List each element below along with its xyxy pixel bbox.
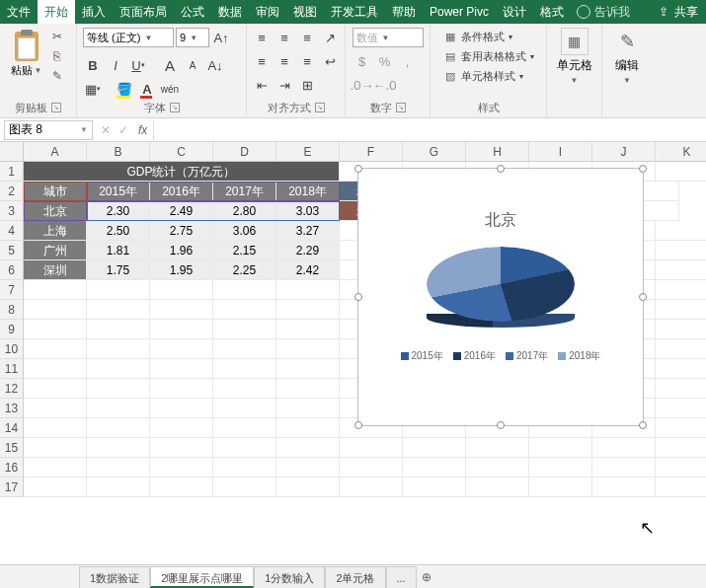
col-header[interactable]: D: [213, 142, 276, 162]
cell[interactable]: [87, 339, 150, 359]
cut-icon[interactable]: ✂: [48, 28, 66, 45]
col-header[interactable]: G: [403, 142, 466, 162]
row-header[interactable]: 11: [0, 359, 24, 379]
clipboard-dialog-icon[interactable]: ↘: [51, 103, 61, 112]
tab-formula[interactable]: 公式: [174, 0, 211, 24]
cell[interactable]: 1.96: [150, 241, 213, 260]
col-header[interactable]: E: [276, 142, 340, 162]
cell[interactable]: [276, 438, 340, 458]
row-header[interactable]: 14: [0, 418, 24, 438]
dec-decimal-icon[interactable]: ←.0: [375, 75, 395, 95]
cell[interactable]: [150, 418, 213, 438]
cell[interactable]: [87, 280, 150, 300]
cell[interactable]: [276, 399, 340, 418]
cell[interactable]: [150, 399, 213, 418]
cell[interactable]: [87, 399, 150, 418]
cell[interactable]: [276, 320, 340, 339]
cell[interactable]: 1.81: [87, 241, 150, 260]
tab-power[interactable]: Power Pivc: [423, 0, 496, 24]
cell[interactable]: 广州: [24, 241, 87, 260]
cell[interactable]: [87, 359, 150, 379]
cell[interactable]: [150, 478, 213, 497]
cell[interactable]: [656, 478, 706, 497]
cell[interactable]: [213, 280, 276, 300]
conditional-format-button[interactable]: ▦条件格式▾: [443, 28, 534, 45]
cell[interactable]: [87, 320, 150, 339]
cell[interactable]: 2.29: [276, 241, 340, 260]
cell[interactable]: [213, 399, 276, 418]
cell[interactable]: [24, 379, 87, 399]
cell[interactable]: [150, 458, 213, 478]
cell[interactable]: [24, 339, 87, 359]
cell[interactable]: 2.25: [213, 260, 276, 280]
fx-cancel-icon[interactable]: ✕: [101, 123, 111, 137]
cell[interactable]: [656, 418, 706, 438]
cell[interactable]: [87, 379, 150, 399]
cell[interactable]: [24, 320, 87, 339]
table-style-button[interactable]: ▤套用表格格式▾: [443, 47, 534, 65]
cell[interactable]: 1.75: [87, 260, 150, 280]
italic-button[interactable]: I: [106, 55, 125, 75]
tab-design[interactable]: 设计: [496, 0, 533, 24]
cell[interactable]: [340, 458, 403, 478]
select-all-triangle[interactable]: [0, 142, 24, 162]
cell[interactable]: [150, 359, 213, 379]
cell[interactable]: [150, 379, 213, 399]
cell[interactable]: [656, 260, 706, 280]
new-sheet-button[interactable]: ⊕: [417, 570, 436, 584]
cell[interactable]: [656, 320, 706, 339]
cell[interactable]: [656, 339, 706, 359]
col-header[interactable]: C: [150, 142, 213, 162]
cell[interactable]: [87, 458, 150, 478]
cell[interactable]: [656, 379, 706, 399]
cell[interactable]: [656, 399, 706, 418]
cell[interactable]: [656, 280, 706, 300]
cell[interactable]: [150, 438, 213, 458]
cell[interactable]: [466, 438, 529, 458]
cell[interactable]: [87, 438, 150, 458]
col-header[interactable]: A: [24, 142, 87, 162]
align-bottom-icon[interactable]: ≡: [297, 28, 317, 47]
cell[interactable]: [340, 478, 403, 497]
tab-dev[interactable]: 开发工具: [324, 0, 385, 24]
row-header[interactable]: 4: [0, 221, 24, 241]
cell[interactable]: 1.95: [150, 260, 213, 280]
row-header[interactable]: 3: [0, 201, 24, 221]
cell[interactable]: [24, 399, 87, 418]
cell[interactable]: [592, 438, 656, 458]
row-header[interactable]: 15: [0, 438, 24, 458]
merge-icon[interactable]: ⊞: [297, 75, 317, 95]
indent-dec-icon[interactable]: ⇤: [252, 75, 272, 95]
cell[interactable]: [276, 418, 340, 438]
cell[interactable]: 2.50: [87, 221, 150, 241]
resize-handle-w[interactable]: [354, 293, 362, 301]
cell[interactable]: [24, 280, 87, 300]
cell[interactable]: [529, 438, 592, 458]
cell[interactable]: [213, 379, 276, 399]
cell[interactable]: [213, 300, 276, 320]
pie-chart[interactable]: [427, 247, 575, 326]
chart-title[interactable]: 北京: [358, 210, 643, 231]
row-header[interactable]: 17: [0, 478, 24, 497]
cell[interactable]: [24, 359, 87, 379]
tab-insert[interactable]: 插入: [75, 0, 113, 24]
col-header[interactable]: B: [87, 142, 150, 162]
col-header[interactable]: K: [656, 142, 706, 162]
cell[interactable]: [340, 438, 403, 458]
cell[interactable]: [276, 300, 340, 320]
col-header[interactable]: I: [529, 142, 592, 162]
formula-input[interactable]: [153, 120, 706, 140]
share-button[interactable]: 共享: [674, 4, 698, 21]
fx-confirm-icon[interactable]: ✓: [118, 123, 128, 137]
cell[interactable]: [150, 320, 213, 339]
row-header[interactable]: 10: [0, 339, 24, 359]
sheet-tab-1[interactable]: 1数据验证: [79, 566, 150, 588]
decrease-font-icon[interactable]: A↓: [205, 55, 225, 75]
cell[interactable]: [276, 280, 340, 300]
inc-decimal-icon[interactable]: .0→: [353, 75, 372, 95]
editing-button[interactable]: ✎编辑▼: [605, 28, 649, 85]
cell[interactable]: [150, 300, 213, 320]
resize-handle-se[interactable]: [639, 421, 647, 429]
format-painter-icon[interactable]: ✎: [48, 67, 66, 85]
increase-font-icon[interactable]: A↑: [211, 28, 231, 47]
